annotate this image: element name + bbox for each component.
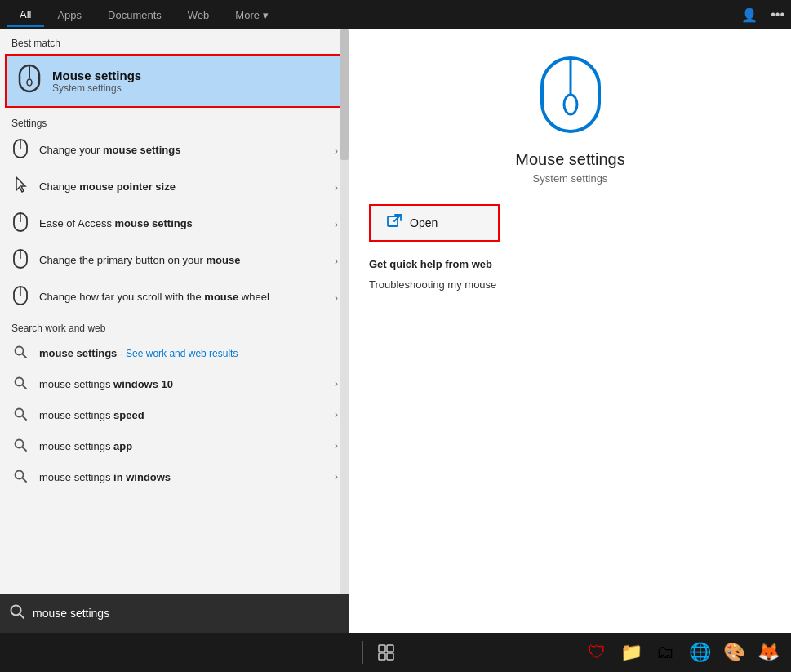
mouse-icon <box>11 139 29 162</box>
list-item-text: Change your mouse settings <box>39 144 325 158</box>
taskbar-icon-file-explorer[interactable]: 🗂 <box>649 636 682 669</box>
best-match-subtitle: System settings <box>52 82 141 94</box>
taskbar-icon-file-explorer-yellow[interactable]: 📁 <box>615 636 647 669</box>
list-item-primary-button[interactable]: Change the primary button on your mouse … <box>0 243 349 279</box>
list-item-scroll-wheel[interactable]: Change how far you scroll with the mouse… <box>0 279 349 316</box>
arrow-icon: › <box>335 256 338 267</box>
quick-help-link-1[interactable]: Troubleshooting my mouse <box>369 278 771 291</box>
web-item-speed[interactable]: mouse settings speed › <box>0 399 349 430</box>
arrow-icon: › <box>335 219 338 230</box>
svg-line-14 <box>23 385 27 389</box>
tab-all[interactable]: All <box>7 3 44 27</box>
svg-line-22 <box>20 614 24 618</box>
mouse-icon <box>18 64 41 98</box>
arrow-icon: › <box>335 409 338 421</box>
taskbar-app-icons: 🛡 📁 🗂 🌐 🎨 🦊 <box>580 636 784 669</box>
mouse-icon <box>11 286 29 309</box>
taskbar-icon-firefox[interactable]: 🦊 <box>752 636 784 669</box>
scrollbar-thumb[interactable] <box>340 29 349 160</box>
quick-help-title: Get quick help from web <box>369 258 771 270</box>
svg-rect-26 <box>388 216 398 226</box>
list-item-change-pointer-size[interactable]: Change mouse pointer size › <box>0 169 349 206</box>
svg-line-16 <box>23 416 27 420</box>
scrollbar[interactable] <box>340 29 349 633</box>
web-item-app[interactable]: mouse settings app › <box>0 430 349 461</box>
list-item-text: Change the primary button on your mouse <box>39 254 325 268</box>
tab-apps[interactable]: Apps <box>44 4 95 26</box>
settings-section-label: Settings <box>0 111 349 132</box>
svg-rect-29 <box>387 645 393 652</box>
svg-point-2 <box>27 79 32 86</box>
person-icon[interactable]: 👤 <box>741 7 758 23</box>
taskbar-icon-network[interactable]: 🌐 <box>683 636 716 669</box>
app-title: Mouse settings <box>515 150 625 169</box>
search-icon <box>11 376 29 392</box>
open-icon <box>387 214 402 232</box>
list-item-text: Change how far you scroll with the mouse… <box>39 291 325 305</box>
svg-rect-31 <box>387 653 393 660</box>
best-match-label: Best match <box>0 29 349 54</box>
web-item-mouse-settings[interactable]: mouse settings - See work and web result… <box>0 337 349 368</box>
search-icon <box>10 604 24 622</box>
arrow-icon: › <box>335 292 338 304</box>
web-item-text: mouse settings windows 10 <box>39 378 325 390</box>
taskbar-icon-mcafee[interactable]: 🛡 <box>580 636 613 669</box>
search-icon <box>11 345 29 361</box>
arrow-icon: › <box>335 471 338 483</box>
svg-line-18 <box>23 447 27 451</box>
web-item-text: mouse settings in windows <box>39 471 325 483</box>
search-icon <box>11 407 29 423</box>
search-input[interactable] <box>33 607 340 620</box>
taskbar-search-area <box>7 633 356 672</box>
open-btn-row: Open <box>369 204 771 242</box>
svg-rect-30 <box>379 653 385 660</box>
web-item-in-windows[interactable]: mouse settings in windows › <box>0 461 349 492</box>
tab-documents[interactable]: Documents <box>95 4 175 26</box>
open-button-label: Open <box>410 216 438 229</box>
web-item-text: mouse settings - See work and web result… <box>39 347 338 359</box>
web-item-windows10[interactable]: mouse settings windows 10 › <box>0 368 349 399</box>
mouse-icon <box>11 212 29 236</box>
list-item-change-mouse-settings[interactable]: Change your mouse settings › <box>0 132 349 169</box>
svg-rect-28 <box>379 645 385 652</box>
mouse-pointer-icon <box>11 176 29 199</box>
task-view-button[interactable] <box>370 636 402 669</box>
taskbar-icon-paint[interactable]: 🎨 <box>718 636 750 669</box>
top-bar: All Apps Documents Web More ▾ 👤 ••• <box>0 0 791 29</box>
arrow-icon: › <box>335 145 338 157</box>
best-match-text: Mouse settings System settings <box>52 69 141 94</box>
main-container: Best match Mouse settings System setting… <box>0 29 791 633</box>
tab-web[interactable]: Web <box>175 4 223 26</box>
search-web-label: Search work and web <box>0 316 349 337</box>
left-panel: Best match Mouse settings System setting… <box>0 29 349 633</box>
app-preview: Mouse settings System settings <box>369 54 771 185</box>
chevron-down-icon: ▾ <box>263 9 269 21</box>
taskbar: 🛡 📁 🗂 🌐 🎨 🦊 <box>0 633 791 672</box>
more-options-icon[interactable]: ••• <box>771 7 784 22</box>
best-match-item[interactable]: Mouse settings System settings <box>5 54 344 108</box>
search-icon <box>11 470 29 485</box>
open-button[interactable]: Open <box>369 204 500 242</box>
app-subtitle: System settings <box>533 172 608 185</box>
arrow-icon: › <box>335 378 338 389</box>
arrow-icon: › <box>335 440 338 452</box>
web-item-text: mouse settings speed <box>39 409 325 421</box>
list-item-text: Ease of Access mouse settings <box>39 217 325 231</box>
search-box-container <box>0 594 349 633</box>
right-panel: Mouse settings System settings Open Get … <box>349 29 791 633</box>
svg-point-25 <box>564 95 577 114</box>
list-item-ease-of-access[interactable]: Ease of Access mouse settings › <box>0 206 349 243</box>
svg-line-20 <box>23 478 27 482</box>
search-icon <box>11 438 29 454</box>
mouse-icon <box>11 249 29 273</box>
svg-line-12 <box>23 354 27 358</box>
web-item-text: mouse settings app <box>39 440 325 452</box>
tab-more[interactable]: More ▾ <box>222 4 282 26</box>
mouse-large-icon <box>538 54 603 139</box>
taskbar-divider <box>362 641 363 664</box>
arrow-icon: › <box>335 182 338 194</box>
best-match-title: Mouse settings <box>52 69 141 82</box>
list-item-text: Change mouse pointer size <box>39 180 325 194</box>
